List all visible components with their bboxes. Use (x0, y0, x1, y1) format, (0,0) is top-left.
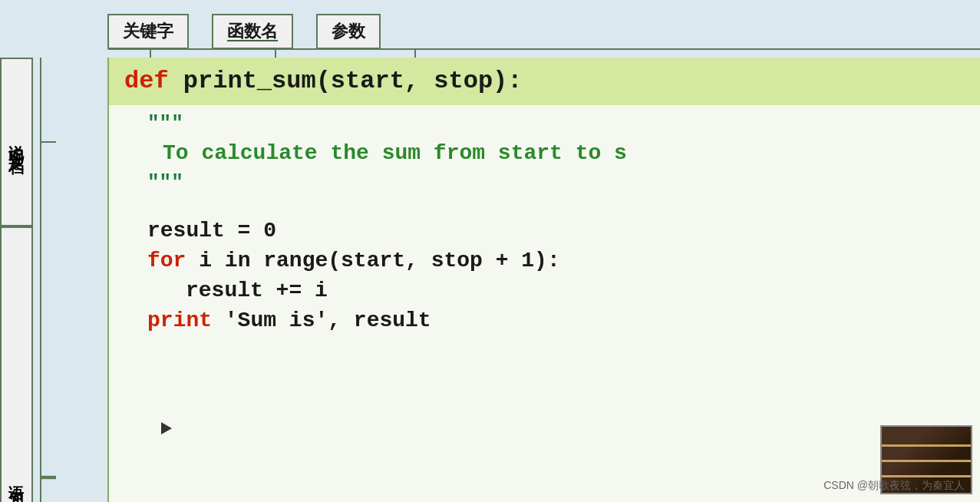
print-rest: 'Sum is', result (212, 309, 431, 332)
docstring-label: 说明文档 (0, 58, 33, 226)
print-line: print 'Sum is', result (147, 305, 965, 335)
statements-section: 语句 (0, 226, 107, 502)
params-label: 参数 (316, 14, 381, 49)
blank-line-1 (124, 197, 965, 216)
for-line: for i in range(start, stop + 1): (147, 246, 965, 276)
def-params: (start, stop): (316, 67, 523, 95)
for-rest: i in range(start, stop + 1): (186, 249, 559, 272)
statements-label: 语句 (0, 226, 33, 502)
docstring-open: """ (147, 109, 965, 138)
watermark: CSDN @朝歌夜弦，为秦宜人 (823, 479, 965, 493)
docstring-content: To calculate the sum from start to s (163, 138, 965, 168)
keyword-label: 关键字 (107, 14, 189, 49)
main-container: 关键字 函数名 参数 说明文档 语句 def print_sum(start, … (0, 0, 980, 502)
docstring-section: 说明文档 (0, 58, 107, 226)
mouse-cursor (161, 422, 172, 434)
code-body: """ To calculate the sum from start to s… (109, 105, 980, 343)
docstring-bracket (33, 58, 79, 226)
result-line: result = 0 (147, 216, 965, 246)
print-keyword: print (147, 309, 212, 332)
def-funcname: print_sum (183, 67, 316, 95)
result-increment-line: result += i (186, 276, 965, 305)
top-labels-row: 关键字 函数名 参数 (0, 0, 980, 49)
for-keyword: for (147, 249, 186, 272)
docstring-close: """ (147, 168, 965, 197)
statements-bracket (33, 226, 79, 502)
funcname-label: 函数名 (212, 14, 293, 49)
left-panel: 说明文档 语句 (0, 58, 107, 502)
code-area: def print_sum(start, stop): """ To calcu… (107, 58, 980, 502)
def-line: def print_sum(start, stop): (109, 58, 980, 105)
def-keyword: def (124, 67, 169, 95)
